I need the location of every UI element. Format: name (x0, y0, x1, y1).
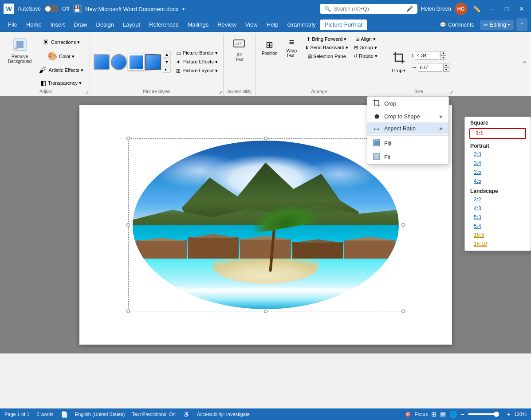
adjust-label: Adjust (39, 88, 52, 96)
rotate-button[interactable]: ↺ Rotate ▾ (352, 52, 379, 60)
handle-bottom-right[interactable] (401, 310, 405, 313)
picture-style-1[interactable] (94, 54, 110, 70)
picture-border-button[interactable]: ▭ Picture Border ▾ (174, 49, 220, 57)
handle-mid-left[interactable] (126, 223, 130, 227)
menu-layout[interactable]: Layout (118, 20, 145, 30)
menu-help[interactable]: Help (262, 20, 283, 30)
close-button[interactable]: ✕ (516, 3, 527, 15)
corrections-button[interactable]: ☀ Corrections ▾ (36, 35, 86, 49)
crop-menu-fit[interactable]: Fit (367, 150, 448, 164)
aspect-4-5[interactable]: 4:5 (465, 177, 531, 185)
zoom-plus-icon[interactable]: + (507, 411, 511, 418)
maximize-button[interactable]: □ (501, 3, 512, 15)
artistic-effects-button[interactable]: 🖌 Artistic Effects ▾ (36, 64, 86, 77)
height-down[interactable]: ▼ (440, 55, 446, 60)
autosave-toggle[interactable] (44, 5, 59, 12)
save-button[interactable]: 💾 (73, 4, 82, 13)
crop-dropdown-arrow[interactable]: ▾ (403, 68, 405, 73)
wrap-text-button[interactable]: ≡ WrapText (282, 35, 301, 60)
size-expand-icon[interactable]: ⤢ (450, 90, 453, 95)
user-avatar[interactable]: HG (455, 3, 467, 15)
menu-mailings[interactable]: Mailings (183, 20, 213, 30)
selection-pane-button[interactable]: ▤ Selection Pane (303, 52, 350, 60)
menu-design[interactable]: Design (92, 20, 118, 30)
crop-menu-crop[interactable]: Crop (367, 97, 448, 110)
menu-review[interactable]: Review (213, 20, 241, 30)
transparency-button[interactable]: ◧ Transparency ▾ (36, 78, 86, 88)
styles-scroll-up[interactable]: ▲ (163, 51, 171, 58)
color-button[interactable]: 🎨 Color ▾ (36, 50, 86, 63)
handle-mid-right[interactable] (401, 223, 405, 227)
picture-layout-button[interactable]: ⊞ Picture Layout ▾ (174, 67, 220, 75)
picture-style-3[interactable] (128, 54, 144, 70)
alt-text-button[interactable]: ALT AltText (228, 35, 250, 64)
menu-picture-format[interactable]: Picture Format (320, 20, 367, 30)
menu-references[interactable]: References (145, 20, 183, 30)
view-normal-icon[interactable]: ⊞ (431, 411, 437, 418)
wrap-text-label: WrapText (286, 48, 297, 58)
crop-menu-crop-to-shape[interactable]: ⬟ Crop to Shape ▶ (367, 110, 448, 122)
height-input[interactable] (415, 51, 439, 60)
handle-bottom-center[interactable] (264, 310, 267, 313)
bring-forward-button[interactable]: ⬆ Bring Forward ▾ (303, 35, 350, 43)
pen-icon[interactable]: ✏️ (471, 3, 482, 15)
remove-background-button[interactable]: ✂ RemoveBackground (5, 35, 34, 66)
send-backward-button[interactable]: ⬇ Send Backward ▾ (303, 44, 350, 51)
aspect-4-3[interactable]: 4:3 (465, 204, 531, 213)
menu-file[interactable]: File (4, 20, 22, 30)
ribbon: ✂ RemoveBackground ☀ Corrections ▾ 🎨 Col… (0, 32, 531, 96)
width-input[interactable] (418, 63, 442, 72)
aspect-5-4[interactable]: 5:4 (465, 222, 531, 231)
aspect-3-5[interactable]: 3:5 (465, 168, 531, 177)
group-button[interactable]: ⊞ Group ▾ (352, 44, 379, 51)
crop-menu-fill[interactable]: Fill (367, 137, 448, 150)
ribbon-collapse-button[interactable]: ⌃ (522, 60, 527, 68)
aspect-16-9[interactable]: 16:9 (465, 231, 531, 239)
view-layout-icon[interactable]: ▤ (440, 411, 446, 418)
crop-button[interactable]: Crop ▾ (388, 49, 409, 75)
align-button[interactable]: ⊟ Align ▾ (352, 35, 379, 43)
aspect-1-1[interactable]: 1:1 (469, 128, 526, 139)
height-spinner[interactable]: ▲ ▼ (440, 51, 446, 60)
handle-top-center[interactable] (264, 137, 267, 140)
aspect-16-10[interactable]: 16:10 (465, 239, 531, 251)
width-up[interactable]: ▲ (443, 63, 449, 67)
styles-more[interactable]: ▾ (163, 66, 171, 73)
width-down[interactable]: ▼ (443, 67, 449, 72)
adjust-expand-icon[interactable]: ⤢ (85, 90, 89, 95)
menu-grammarly[interactable]: Grammarly (283, 20, 320, 30)
handle-top-left[interactable] (126, 137, 130, 140)
microphone-icon[interactable]: 🎤 (406, 6, 413, 12)
aspect-5-3[interactable]: 5:3 (465, 213, 531, 222)
menu-draw[interactable]: Draw (69, 20, 91, 30)
minimize-button[interactable]: ─ (486, 3, 497, 15)
menu-view[interactable]: View (241, 20, 262, 30)
picture-styles-expand-icon[interactable]: ⤢ (219, 90, 222, 95)
picture-style-2[interactable] (111, 54, 127, 70)
zoom-minus-icon[interactable]: − (460, 411, 464, 418)
document-title[interactable]: New Microsoft Word Document.docx (85, 6, 179, 12)
comments-button[interactable]: 💬 Comments (436, 20, 477, 30)
height-up[interactable]: ▲ (440, 51, 446, 55)
title-dropdown-icon[interactable]: ▾ (182, 7, 185, 12)
picture-style-4[interactable] (145, 54, 161, 70)
view-web-icon[interactable]: 🌐 (449, 411, 457, 418)
picture-effects-button[interactable]: ✦ Picture Effects ▾ (174, 58, 220, 66)
search-bar[interactable]: 🔍 🎤 (320, 4, 417, 14)
aspect-3-2[interactable]: 3:2 (465, 195, 531, 204)
aspect-2-3[interactable]: 2:3 (465, 150, 531, 159)
zoom-level[interactable]: 120% (514, 412, 527, 417)
crop-menu-aspect-ratio[interactable]: ▭ Aspect Ratio ▶ (367, 122, 448, 134)
styles-scroll-down[interactable]: ▼ (163, 59, 171, 65)
focus-label[interactable]: Focus (415, 412, 428, 417)
handle-bottom-left[interactable] (126, 310, 130, 313)
menu-home[interactable]: Home (22, 20, 46, 30)
width-spinner[interactable]: ▲ ▼ (443, 63, 449, 72)
aspect-3-4[interactable]: 3:4 (465, 159, 531, 168)
zoom-slider[interactable] (468, 413, 503, 415)
position-button[interactable]: ⊞ Position (259, 35, 280, 60)
share-button[interactable]: ↑ (516, 18, 527, 31)
search-input[interactable] (334, 6, 404, 12)
menu-insert[interactable]: Insert (46, 20, 70, 30)
editing-button[interactable]: ✏ Editing ▾ (480, 20, 514, 30)
